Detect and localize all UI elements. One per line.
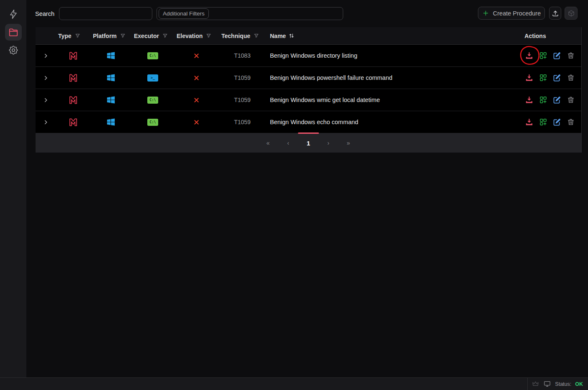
package-icon <box>567 10 575 17</box>
platform-cell <box>90 117 131 127</box>
chevron-right-icon[interactable] <box>43 97 49 103</box>
next-page-button[interactable]: › <box>318 140 339 146</box>
mitre-m-icon <box>68 117 79 127</box>
table-row: C:\ T1059 Benign Windows wmic get local … <box>36 89 581 111</box>
filter-icon[interactable] <box>75 33 80 38</box>
current-page[interactable]: 1 <box>298 140 318 147</box>
header-actions: Actions <box>519 33 581 39</box>
type-cell <box>56 117 90 127</box>
create-procedure-button[interactable]: Create Procedure <box>478 7 545 20</box>
table-row: C:\ T1083 Benign Windows directory listi… <box>36 45 581 67</box>
download-button[interactable] <box>525 118 534 127</box>
monitor-icon[interactable] <box>543 380 551 388</box>
table-header-row: Type Platform Executor Elevation Techniq… <box>36 27 581 45</box>
type-cell <box>56 94 90 105</box>
header-type: Type <box>56 33 90 39</box>
chevron-right-icon[interactable] <box>43 75 49 81</box>
upload-icon <box>552 10 559 17</box>
name-cell: Benign Windows echo command <box>266 119 519 125</box>
edit-button[interactable] <box>552 96 561 105</box>
download-button[interactable] <box>525 96 534 105</box>
header-elevation: Elevation <box>174 33 219 39</box>
platform-cell <box>90 73 131 82</box>
download-button[interactable] <box>525 74 534 82</box>
windows-icon <box>106 51 116 60</box>
technique-cell: T1059 <box>219 74 266 81</box>
filter-icon[interactable] <box>120 33 126 38</box>
table-row: >_ T1059 Benign Windows powershell failu… <box>36 67 581 89</box>
sidebar-item-operations[interactable] <box>5 6 22 23</box>
gear-icon <box>8 45 19 56</box>
delete-button[interactable] <box>566 74 575 82</box>
actions-cell <box>519 51 581 60</box>
folder-icon <box>8 27 19 38</box>
lightning-icon <box>8 9 19 20</box>
edit-button[interactable] <box>552 51 561 60</box>
download-button[interactable] <box>525 51 534 60</box>
search-input[interactable] <box>59 7 152 20</box>
crown-icon[interactable] <box>532 380 539 388</box>
edit-button[interactable] <box>552 74 561 82</box>
status-bar-right: Status: OK <box>527 378 588 390</box>
header-name-label: Name <box>270 33 286 39</box>
expand-cell <box>36 119 56 125</box>
prev-page-button[interactable]: ‹ <box>278 140 298 146</box>
search-label: Search <box>35 10 54 17</box>
procedures-table: Type Platform Executor Elevation Techniq… <box>36 27 582 153</box>
expand-cell <box>36 75 56 81</box>
delete-button[interactable] <box>566 96 575 105</box>
sidebar <box>0 0 26 377</box>
edit-button[interactable] <box>552 118 561 127</box>
add-to-collection-button[interactable] <box>539 118 547 127</box>
filter-icon[interactable] <box>254 33 259 38</box>
filter-icon[interactable] <box>162 33 168 38</box>
create-procedure-label: Create Procedure <box>493 10 541 17</box>
elevation-cell <box>174 119 219 126</box>
type-cell <box>56 72 90 83</box>
import-button[interactable] <box>549 7 561 20</box>
add-to-collection-button[interactable] <box>539 96 547 105</box>
technique-cell: T1083 <box>219 52 266 59</box>
pagination: « ‹ 1 › » <box>36 133 581 153</box>
technique-cell: T1059 <box>219 97 266 103</box>
last-page-button[interactable]: » <box>339 140 359 146</box>
sidebar-item-library[interactable] <box>5 24 22 41</box>
header-platform-label: Platform <box>93 33 117 39</box>
additional-filters-placeholder: Additional Filters <box>159 8 209 19</box>
add-to-collection-button[interactable] <box>539 51 547 60</box>
chevron-right-icon[interactable] <box>43 119 49 125</box>
windows-icon <box>106 73 116 82</box>
windows-icon <box>106 95 116 105</box>
header-executor-label: Executor <box>134 33 159 39</box>
platform-cell <box>90 51 131 60</box>
package-button[interactable] <box>565 7 578 20</box>
header-platform: Platform <box>90 33 131 39</box>
expand-cell <box>36 53 56 59</box>
header-elevation-label: Elevation <box>177 33 203 39</box>
first-page-button[interactable]: « <box>258 140 278 146</box>
x-icon <box>193 119 200 126</box>
sidebar-item-settings[interactable] <box>5 42 22 59</box>
executor-badge: >_ <box>147 74 158 82</box>
header-technique-label: Technique <box>221 33 250 39</box>
header-technique: Technique <box>219 33 266 39</box>
executor-badge: C:\ <box>147 119 158 126</box>
executor-cell: C:\ <box>131 97 174 104</box>
delete-button[interactable] <box>566 51 575 60</box>
add-to-collection-button[interactable] <box>539 74 547 82</box>
table-row: C:\ T1059 Benign Windows echo command <box>36 111 581 133</box>
actions-cell <box>519 74 581 82</box>
chevron-right-icon[interactable] <box>43 53 49 59</box>
executor-badge: C:\ <box>147 52 158 59</box>
additional-filters-input[interactable]: Additional Filters <box>157 7 343 20</box>
sort-icon[interactable] <box>288 33 295 39</box>
name-cell: Benign Windows wmic get local datetime <box>266 97 519 103</box>
plus-icon <box>482 10 489 17</box>
windows-icon <box>106 117 116 127</box>
filter-icon[interactable] <box>206 33 211 38</box>
delete-button[interactable] <box>566 118 575 127</box>
executor-cell: C:\ <box>131 52 174 59</box>
actions-cell <box>519 96 581 105</box>
mitre-m-icon <box>68 50 79 61</box>
type-cell <box>56 50 90 61</box>
